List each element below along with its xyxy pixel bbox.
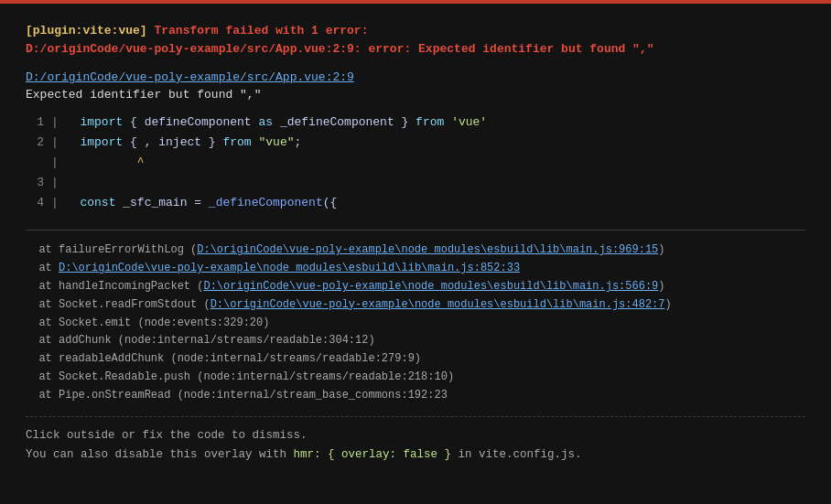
stack-line-9: at Pipe.onStreamRead (node:internal/stre… [26,387,805,405]
line-pipe-1: | [51,113,59,133]
error-description-text: Expected identifier but found "," [26,88,261,102]
error-header-rest: Transform failed with 1 error: [147,24,369,38]
code-block: 1 | import { defineComponent as _defineC… [26,113,805,213]
line-pipe-2: | [51,133,59,153]
line-num-1: 1 [26,113,44,133]
code-line-caret: | ^ [26,153,805,173]
code-line-4: 4 | const _sfc_main = _defineComponent({ [26,193,805,213]
code-content-1: import { defineComponent as _defineCompo… [66,113,487,133]
stack-line-7: at readableAddChunk (node:internal/strea… [26,350,805,369]
dismiss-section: Click outside or fix the code to dismiss… [26,416,805,466]
error-header: [plugin:vite:vue] Transform failed with … [26,22,805,58]
plugin-label: [plugin:vite:vue] [26,24,147,38]
error-description: Expected identifier but found "," [26,88,805,102]
error-overlay: [plugin:vite:vue] Transform failed with … [0,0,831,504]
code-line-1: 1 | import { defineComponent as _defineC… [26,113,805,133]
stack-line-8: at Socket.Readable.push (node:internal/s… [26,369,805,387]
code-content-4: const _sfc_main = _defineComponent({ [66,193,337,213]
error-path: D:/originCode/vue-poly-example/src/App.v… [26,42,654,56]
stack-link-3[interactable]: D:\originCode\vue-poly-example\node_modu… [203,280,658,293]
stack-line-5: at Socket.emit (node:events:329:20) [26,315,805,333]
stack-link-4[interactable]: D:\originCode\vue-poly-example\node_modu… [210,298,665,311]
stack-line-6: at addChunk (node:internal/streams/reada… [26,332,805,350]
line-num-2: 2 [26,133,44,153]
code-line-2: 2 | import { , inject } from "vue"; [26,133,805,153]
code-line-3: 3 | [26,173,805,193]
stack-line-3: at handleIncomingPacket (D:\originCode\v… [26,278,805,296]
stack-link-2[interactable]: D:\originCode\vue-poly-example\node_modu… [59,262,520,274]
code-content-2: import { , inject } from "vue"; [66,133,302,153]
file-link[interactable]: D:/originCode/vue-poly-example/src/App.v… [26,70,354,84]
line-num-4: 4 [26,193,44,213]
line-pipe-caret: | [51,153,59,173]
dismiss-line-1: Click outside or fix the code to dismiss… [26,426,805,445]
stack-link-1[interactable]: D:\originCode\vue-poly-example\node_modu… [197,243,658,256]
line-num-3: 3 [26,173,44,193]
stack-trace-section: at failureErrorWithLog (D:\originCode\vu… [26,230,805,404]
line-pipe-4: | [51,193,59,213]
file-link-line: D:/originCode/vue-poly-example/src/App.v… [26,70,805,84]
dismiss-line-2: You can also disable this overlay with h… [26,445,805,465]
dismiss-line-2-before: You can also disable this overlay with [26,448,294,461]
stack-line-1: at failureErrorWithLog (D:\originCode\vu… [26,241,805,260]
line-pipe-3: | [51,173,59,193]
dismiss-line-2-after: in vite.config.js. [451,448,582,461]
dismiss-inline-code: hmr: { overlay: false } [294,448,452,461]
stack-line-4: at Socket.readFromStdout (D:\originCode\… [26,296,805,315]
stack-line-2: at D:\originCode\vue-poly-example\node_m… [26,260,805,278]
caret-indicator: ^ [66,153,145,173]
